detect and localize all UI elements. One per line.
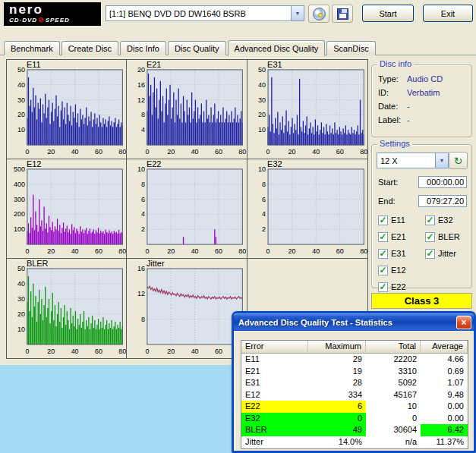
svg-text:10: 10 bbox=[258, 165, 266, 173]
stats-total-cell: n/a bbox=[366, 436, 421, 448]
drive-select-value: [1:1] BENQ DVD DD DW1640 BSRB bbox=[106, 9, 291, 18]
stats-average-cell: 0.00 bbox=[421, 413, 468, 425]
svg-text:40: 40 bbox=[17, 280, 25, 288]
stats-col-maximum[interactable]: Maximum bbox=[308, 341, 366, 354]
stats-col-average[interactable]: Average bbox=[421, 341, 468, 354]
chevron-down-icon[interactable]: ▼ bbox=[291, 6, 304, 20]
stats-error-cell: E12 bbox=[241, 389, 308, 401]
checkbox-e21[interactable]: ✓E21 bbox=[378, 228, 406, 245]
stats-maximum-cell: 0 bbox=[308, 413, 366, 425]
checkbox-jitter[interactable]: ✓Jitter bbox=[425, 245, 460, 262]
tab-disc-quality[interactable]: Disc Quality bbox=[168, 41, 226, 55]
svg-text:20: 20 bbox=[137, 66, 145, 74]
brand-name: nero bbox=[9, 3, 96, 16]
disc-info-row: Type:Audio CD bbox=[378, 72, 471, 86]
end-time-label: End: bbox=[378, 197, 396, 206]
drive-select[interactable]: [1:1] BENQ DVD DD DW1640 BSRB ▼ bbox=[106, 5, 304, 21]
svg-text:10: 10 bbox=[17, 126, 25, 134]
stats-table: ErrorMaximumTotalAverage E1129222024.66E… bbox=[241, 340, 468, 449]
svg-text:40: 40 bbox=[258, 81, 266, 89]
chart-e31: 5040302010020406080E31 bbox=[247, 60, 367, 159]
save-button[interactable] bbox=[332, 5, 353, 23]
chart-e21: 20161284020406080E21 bbox=[127, 60, 247, 159]
svg-text:E21: E21 bbox=[147, 60, 161, 69]
svg-text:300: 300 bbox=[14, 196, 25, 203]
checkbox-e11[interactable]: ✓E11 bbox=[378, 212, 406, 228]
disc-info-label: Label: bbox=[378, 115, 407, 124]
svg-text:16: 16 bbox=[137, 81, 145, 89]
svg-text:40: 40 bbox=[71, 148, 79, 156]
floppy-save-icon bbox=[337, 8, 348, 20]
svg-text:2: 2 bbox=[141, 225, 145, 233]
dialog-titlebar[interactable]: Advanced Disc Quality Test - Statistics … bbox=[234, 313, 474, 331]
svg-text:60: 60 bbox=[215, 247, 222, 255]
start-button[interactable]: Start bbox=[362, 5, 414, 22]
stats-col-total[interactable]: Total bbox=[366, 341, 421, 354]
disc-tool-button[interactable] bbox=[308, 5, 329, 23]
refresh-button[interactable]: ↻ bbox=[449, 152, 468, 169]
svg-text:20: 20 bbox=[288, 247, 295, 255]
checkmark-icon: ✓ bbox=[378, 266, 388, 275]
stats-average-cell: 1.07 bbox=[421, 377, 468, 389]
svg-text:0: 0 bbox=[146, 348, 150, 355]
stats-error-cell: E31 bbox=[241, 377, 308, 389]
stats-row-e22: E226100.00 bbox=[241, 401, 468, 413]
exit-button[interactable]: Exit bbox=[423, 5, 473, 22]
svg-text:BLER: BLER bbox=[27, 259, 49, 268]
svg-text:40: 40 bbox=[71, 247, 79, 255]
svg-text:Jitter: Jitter bbox=[147, 259, 165, 268]
checkbox-label: E32 bbox=[438, 215, 453, 225]
svg-text:0: 0 bbox=[25, 247, 29, 255]
svg-text:6: 6 bbox=[141, 196, 145, 203]
svg-text:80: 80 bbox=[360, 247, 367, 255]
svg-text:500: 500 bbox=[14, 165, 25, 173]
stats-error-cell: BLER bbox=[241, 424, 308, 436]
checkbox-e31[interactable]: ✓E31 bbox=[378, 245, 406, 262]
stats-total-cell: 3310 bbox=[366, 366, 421, 378]
disc-info-label: Type: bbox=[378, 74, 407, 83]
checkbox-label: BLER bbox=[438, 232, 460, 241]
tab-disc-info[interactable]: Disc Info bbox=[120, 41, 166, 55]
svg-text:40: 40 bbox=[312, 148, 320, 156]
end-time-row: End: 079:27.20 bbox=[378, 195, 467, 207]
cd-icon bbox=[313, 8, 326, 20]
stats-error-cell: E21 bbox=[241, 366, 308, 378]
svg-text:10: 10 bbox=[258, 126, 266, 134]
close-button[interactable]: × bbox=[456, 316, 471, 329]
svg-text:60: 60 bbox=[95, 247, 102, 255]
svg-text:60: 60 bbox=[336, 148, 343, 156]
stats-maximum-cell: 29 bbox=[308, 354, 366, 366]
svg-text:0: 0 bbox=[266, 247, 270, 255]
svg-text:30: 30 bbox=[17, 295, 25, 303]
svg-text:E31: E31 bbox=[267, 60, 282, 69]
stats-error-cell: E32 bbox=[241, 413, 308, 425]
svg-text:20: 20 bbox=[47, 247, 55, 255]
chevron-down-icon[interactable]: ▼ bbox=[435, 153, 448, 168]
disc-info-value: - bbox=[407, 115, 410, 124]
checkbox-e32[interactable]: ✓E32 bbox=[425, 212, 460, 228]
stats-maximum-cell: 334 bbox=[308, 389, 366, 401]
svg-text:10: 10 bbox=[137, 165, 145, 173]
svg-text:20: 20 bbox=[47, 348, 55, 355]
tab-scandisc[interactable]: ScanDisc bbox=[326, 41, 375, 55]
stats-average-cell: 0.69 bbox=[421, 366, 468, 378]
checkbox-bler[interactable]: ✓BLER bbox=[425, 228, 460, 245]
svg-text:12: 12 bbox=[137, 290, 145, 297]
tab-benchmark[interactable]: Benchmark bbox=[4, 41, 60, 55]
svg-text:0: 0 bbox=[146, 247, 150, 255]
svg-text:E22: E22 bbox=[147, 159, 161, 168]
svg-text:80: 80 bbox=[360, 148, 367, 156]
svg-text:60: 60 bbox=[215, 148, 222, 156]
svg-text:80: 80 bbox=[239, 247, 247, 255]
tab-create-disc[interactable]: Create Disc bbox=[61, 41, 118, 55]
tab-advanced-disc-quality[interactable]: Advanced Disc Quality bbox=[228, 40, 326, 56]
start-time-value: 000:00.00 bbox=[418, 176, 467, 188]
svg-text:E12: E12 bbox=[27, 159, 41, 168]
stats-col-error[interactable]: Error bbox=[241, 341, 308, 354]
disc-info-label: Date: bbox=[378, 102, 407, 111]
brand-speed: SPEED bbox=[46, 17, 70, 24]
speed-select[interactable]: 12 X ▼ bbox=[377, 153, 449, 168]
stats-header: ErrorMaximumTotalAverage bbox=[241, 341, 468, 354]
checkbox-e12[interactable]: ✓E12 bbox=[378, 262, 406, 278]
stats-total-cell: 10 bbox=[366, 401, 421, 413]
